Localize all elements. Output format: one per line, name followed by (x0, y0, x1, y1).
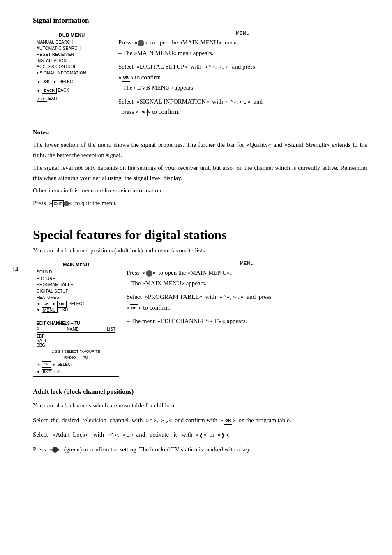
ad-ok-1: OK (224, 417, 233, 425)
exit-btn: EXIT (37, 97, 47, 102)
back-label: BACK BACK (42, 88, 69, 94)
mm-arrow-dn (37, 308, 40, 312)
ec-title: EDIT CHANNELS – TU (37, 321, 115, 326)
edit-channels-box: EDIT CHANNELS – TU # NAME LIST ZDF SAT1 … (33, 319, 119, 377)
signal-instructions: MENU Press »« to open the »MAIN MENU« me… (118, 30, 367, 121)
nav-row-3: EXIT EXIT (37, 96, 107, 101)
arrow-down-icon (37, 88, 40, 93)
select-label: SELECT (59, 79, 75, 84)
menu-label-1: MENU (118, 30, 367, 37)
ec-item-sat1: SAT1 (37, 338, 115, 343)
mm-select-label: SELECT (69, 301, 85, 306)
notes-1: The lower section of the menu shows the … (33, 140, 367, 160)
nav-row-1: OK SELECT (37, 79, 107, 85)
ec-col-hash: # (37, 327, 39, 331)
mm-program: PROGRAM TABLE (37, 282, 115, 288)
menu-item-signal: SIGNAL INFORMATION (37, 70, 107, 76)
ec-item-zdf: ZDF (37, 334, 115, 338)
adult-step1: Select the desired television channel wi… (33, 415, 367, 426)
menu-item-reset: RESET RECEIVER (37, 51, 107, 58)
adult-title: Adult lock (block channel positions) (33, 388, 367, 395)
circle-btn-1 (138, 40, 144, 46)
mm-ok-btn-1: OK (42, 301, 51, 308)
up-arr-2: ⌃ (229, 99, 234, 105)
ad-up-1: ⌃ (149, 417, 153, 423)
nav-row-2: BACK BACK (37, 88, 107, 94)
notes-3: Other items in this menu are for service… (33, 185, 367, 196)
mm-picture: PICTURE (37, 275, 115, 282)
special-intro: You can block channel positions (adult l… (33, 245, 367, 256)
signal-content: DUB MENU MANUAL SEARCH AUTOMATIC SEARCH … (33, 30, 367, 121)
exit-nav-label: EXIT EXIT (37, 96, 58, 101)
main-menu-title: MAIN MENU (37, 262, 115, 267)
special-section: Special features for digital stations Yo… (33, 228, 367, 377)
mm-nav-2: MENU EXIT (37, 308, 115, 313)
menu-label-2: MENU (127, 260, 367, 267)
special-content: MAIN MENU SOUND PICTURE PROGRAM TABLE DI… (33, 260, 367, 377)
ok-btn: OK (42, 79, 52, 85)
up-arr-1: ⌃ (208, 64, 212, 70)
notes-2: The signal level not only depends on the… (33, 163, 367, 183)
circle-btn-exit (64, 201, 69, 206)
signal-step3: Select »SIGNAL INFORMATION« with »⌃«, »⌄… (118, 97, 367, 118)
page-number: 14 (12, 266, 18, 273)
mm-arrow-right (52, 301, 56, 306)
green-circle-btn (52, 447, 58, 453)
ok-badge-1: OK (122, 74, 131, 81)
adult-intro: You can block channels which are unsuita… (33, 400, 367, 411)
ok-badge-2: OK (139, 109, 148, 116)
ec-select-label: SELECT (57, 362, 73, 367)
ec-item-bbg: BBG (37, 343, 115, 347)
fav-row2: RADIO TU (37, 356, 115, 360)
adult-section: Adult lock (block channel positions) You… (33, 388, 367, 455)
ec-select-row: OK SELECT (37, 361, 115, 368)
mm-menu-label: MENU (42, 308, 58, 313)
special-step3: – The menu »EDIT CHANNELS - TV« appears. (127, 316, 367, 327)
mm-features: FEATURES (37, 294, 115, 301)
notes-section: Notes: The lower section of the menu sho… (33, 127, 367, 208)
ec-arrow-dn (37, 370, 40, 374)
back-btn: BACK (42, 88, 57, 94)
signal-title: Signal information (33, 16, 367, 25)
dn-arr-1: ⌄ (221, 64, 226, 70)
sp-up-1: ⌃ (222, 294, 227, 301)
ad-dn-2: ⌄ (126, 432, 130, 438)
main-menu-box: MAIN MENU SOUND PICTURE PROGRAM TABLE DI… (33, 260, 119, 315)
adult-step2: Select »Adult Lock« with »⌃«, »⌄« and ac… (33, 430, 367, 440)
ec-ok-btn: OK (42, 361, 51, 368)
dub-menu: DUB MENU MANUAL SEARCH AUTOMATIC SEARCH … (33, 30, 111, 104)
mm-arrow-left (37, 301, 40, 306)
sp-dn-1: ⌄ (236, 294, 241, 301)
divider (33, 220, 367, 220)
ad-dn-1: ⌄ (164, 417, 169, 423)
ad-rt-arr: ❱ (221, 432, 225, 438)
mm-digital: DIGITAL SETUP (37, 288, 115, 295)
ec-arrow-lt (37, 362, 40, 367)
special-step1: Press »« to open the »MAIN MENU«. – The … (127, 268, 367, 289)
special-title: Special features for digital stations (33, 228, 367, 242)
sp-ok-1: OK (130, 304, 139, 312)
sp-circle-1 (146, 270, 152, 277)
ec-exit-row: EXIT EXIT (37, 369, 115, 374)
ec-col-name: NAME (67, 327, 79, 331)
dn-arr-2: ⌄ (243, 99, 247, 105)
menu-item-access: ACCESS CONTROL (37, 64, 107, 70)
main-menu-boxes: MAIN MENU SOUND PICTURE PROGRAM TABLE DI… (33, 260, 119, 377)
menu-item-auto: AUTOMATIC SEARCH (37, 45, 107, 51)
mm-sound: SOUND (37, 269, 115, 275)
special-instructions: MENU Press »« to open the »MAIN MENU«. –… (127, 260, 367, 330)
arrow-left-icon (37, 79, 40, 84)
arrow-right-icon (53, 79, 57, 84)
ec-exit-label: EXIT (54, 370, 63, 374)
mm-exit-label: EXIT (60, 308, 69, 312)
special-step2: Select »PROGRAM TABLE« with »⌃«, »⌄« and… (127, 292, 367, 313)
notes-title: Notes: (33, 129, 50, 136)
ec-col-list: LIST (107, 327, 115, 331)
mm-nav-1: OK OK SELECT (37, 301, 115, 308)
menu-item-manual: MANUAL SEARCH (37, 39, 107, 45)
adult-step3: Press »« (green) to confirm the setting.… (33, 444, 367, 455)
fav-row: 1 2 3 4 SELECT FAVOURITE (37, 349, 115, 354)
dub-menu-title: DUB MENU (37, 32, 107, 37)
ec-arrow-rt (52, 362, 56, 367)
ad-lt-arr: ❰ (199, 432, 203, 438)
